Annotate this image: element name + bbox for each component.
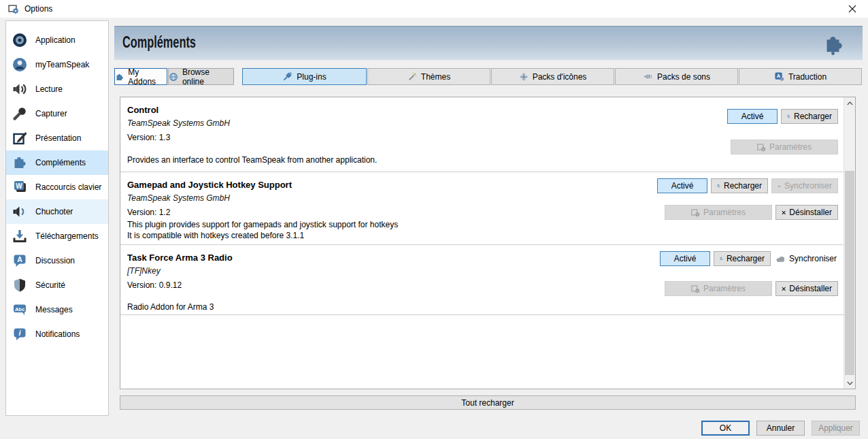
sidebar-item-capturer[interactable]: Capturer bbox=[6, 101, 108, 126]
uninstall-button[interactable]: Désinstaller bbox=[775, 205, 838, 220]
sidebar-item-discussion[interactable]: A Discussion bbox=[6, 248, 108, 273]
settings-label: Paramètres bbox=[769, 142, 812, 152]
synchronize-button[interactable]: Synchroniser bbox=[774, 251, 838, 266]
plugin-list: Control TeamSpeak Systems GmbH Version: … bbox=[120, 97, 856, 389]
reload-icon bbox=[717, 181, 720, 191]
apply-label: Appliquer bbox=[818, 423, 853, 433]
reload-label: Recharger bbox=[727, 254, 765, 263]
plugin-name: Gamepad and Joystick Hotkey Support bbox=[127, 180, 651, 190]
megaphone-icon bbox=[643, 72, 653, 82]
plugin-list-content: Control TeamSpeak Systems GmbH Version: … bbox=[120, 97, 844, 389]
sidebar-item-presentation[interactable]: Présentation bbox=[6, 126, 108, 150]
settings-button[interactable]: Paramètres bbox=[731, 140, 838, 155]
options-sidebar: Application myTeamSpeak Lecture Capturer… bbox=[5, 20, 109, 416]
sidebar-item-label: Chuchoter bbox=[35, 207, 73, 216]
ok-button[interactable]: OK bbox=[701, 421, 750, 436]
plugin-description: This plugin provides support for gamepad… bbox=[127, 220, 651, 241]
plugin-entry-control: Control TeamSpeak Systems GmbH Version: … bbox=[120, 97, 844, 172]
plugin-description-line2: It is compatible with hotkeys created be… bbox=[127, 231, 651, 242]
apply-button[interactable]: Appliquer bbox=[812, 421, 860, 436]
synchronize-label: Synchroniser bbox=[784, 181, 832, 191]
tab-icon-packs[interactable]: Packs d'icônes bbox=[491, 68, 614, 85]
tab-my-addons[interactable]: My Addons bbox=[114, 68, 167, 85]
sidebar-item-label: Discussion bbox=[35, 256, 75, 265]
sidebar-item-chuchoter[interactable]: Chuchoter bbox=[6, 199, 108, 224]
plugin-version: Version: 0.9.12 bbox=[127, 280, 651, 290]
sidebar-item-lecture[interactable]: Lecture bbox=[6, 77, 108, 101]
sidebar-item-label: Raccourcis clavier bbox=[35, 182, 101, 192]
addon-tabs: My Addons Browse online Plug-ins Thèmes … bbox=[114, 68, 863, 85]
sidebar-item-label: Lecture bbox=[35, 84, 63, 94]
reload-button[interactable]: Recharger bbox=[711, 178, 768, 193]
power-icon bbox=[11, 31, 29, 49]
sidebar-item-securite[interactable]: Sécurité bbox=[6, 273, 108, 297]
plugin-version: Version: 1.2 bbox=[127, 208, 651, 217]
icon-pack-icon bbox=[519, 72, 529, 82]
sidebar-item-messages[interactable]: Abc Messages bbox=[6, 297, 108, 322]
sidebar-item-myteamspeak[interactable]: myTeamSpeak bbox=[6, 52, 108, 77]
page-header: Compléments bbox=[114, 26, 863, 60]
tab-sound-packs[interactable]: Packs de sons bbox=[615, 68, 738, 85]
settings-button[interactable]: Paramètres bbox=[665, 205, 772, 220]
plugin-author: TeamSpeak Systems GmbH bbox=[127, 193, 651, 203]
sidebar-item-complements[interactable]: Compléments bbox=[6, 150, 108, 175]
user-icon bbox=[11, 56, 29, 74]
tab-label: Traduction bbox=[788, 72, 827, 82]
shield-icon bbox=[11, 276, 29, 294]
svg-text:A: A bbox=[17, 255, 22, 263]
uninstall-button[interactable]: Désinstaller bbox=[775, 281, 838, 296]
tab-themes[interactable]: Thèmes bbox=[367, 68, 490, 85]
whisper-speaker-icon bbox=[11, 203, 29, 221]
translation-icon: A bbox=[774, 71, 784, 82]
settings-label: Paramètres bbox=[703, 284, 746, 293]
globe-icon bbox=[169, 72, 178, 82]
x-icon bbox=[782, 285, 786, 293]
sidebar-item-label: Capturer bbox=[35, 109, 67, 118]
sidebar-item-label: Présentation bbox=[35, 133, 81, 143]
plugin-name: Control bbox=[127, 105, 651, 115]
sidebar-item-label: Notifications bbox=[35, 329, 80, 339]
plugin-version: Version: 1.3 bbox=[127, 133, 651, 142]
chevron-down-icon bbox=[847, 381, 853, 385]
scrollbar-up-button[interactable] bbox=[844, 97, 855, 109]
chevron-up-icon bbox=[847, 101, 853, 105]
sidebar-item-application[interactable]: Application bbox=[6, 28, 108, 52]
uninstall-label: Désinstaller bbox=[789, 208, 832, 217]
plugin-entry-tfar: Task Force Arma 3 Radio [TF]Nkey Version… bbox=[120, 245, 844, 315]
reload-all-button[interactable]: Tout recharger bbox=[120, 395, 856, 410]
sidebar-item-telechargements[interactable]: Téléchargements bbox=[6, 224, 108, 248]
reload-button[interactable]: Recharger bbox=[781, 109, 838, 124]
vertical-scrollbar[interactable] bbox=[844, 97, 855, 389]
close-icon bbox=[848, 5, 856, 13]
tab-traduction[interactable]: A Traduction bbox=[739, 68, 862, 85]
enabled-toggle-button[interactable]: Activé bbox=[657, 178, 707, 193]
tab-label: My Addons bbox=[128, 67, 167, 86]
title-bar: Options bbox=[0, 0, 868, 18]
sidebar-item-label: Compléments bbox=[35, 158, 86, 167]
sidebar-item-notifications[interactable]: i Notifications bbox=[6, 322, 108, 346]
synchronize-label: Synchroniser bbox=[789, 254, 837, 263]
uninstall-label: Désinstaller bbox=[789, 284, 832, 293]
sidebar-item-raccourcis-clavier[interactable]: W Raccourcis clavier bbox=[6, 175, 108, 199]
sidebar-item-label: Sécurité bbox=[35, 280, 65, 290]
x-icon bbox=[782, 209, 786, 216]
puzzle-icon bbox=[115, 72, 124, 82]
sidebar-item-label: myTeamSpeak bbox=[35, 60, 89, 69]
reload-button[interactable]: Recharger bbox=[714, 251, 771, 266]
scrollbar-thumb[interactable] bbox=[845, 171, 854, 375]
sidebar-item-label: Téléchargements bbox=[35, 231, 99, 241]
reload-icon bbox=[787, 112, 790, 121]
plugin-description: Radio Addon for Arma 3 bbox=[127, 302, 651, 313]
enabled-toggle-button[interactable]: Activé bbox=[727, 109, 778, 124]
synchronize-button[interactable]: Synchroniser bbox=[771, 178, 838, 193]
chat-info-icon: i bbox=[11, 325, 29, 343]
scrollbar-down-button[interactable] bbox=[844, 377, 855, 389]
settings-button[interactable]: Paramètres bbox=[665, 281, 772, 296]
sidebar-item-label: Application bbox=[35, 35, 76, 45]
enabled-toggle-button[interactable]: Activé bbox=[660, 251, 710, 266]
tab-plug-ins[interactable]: Plug-ins bbox=[242, 68, 367, 85]
close-button[interactable] bbox=[837, 0, 868, 18]
cancel-button[interactable]: Annuler bbox=[756, 421, 805, 436]
options-window-icon bbox=[8, 3, 19, 14]
tab-browse-online[interactable]: Browse online bbox=[168, 68, 234, 85]
